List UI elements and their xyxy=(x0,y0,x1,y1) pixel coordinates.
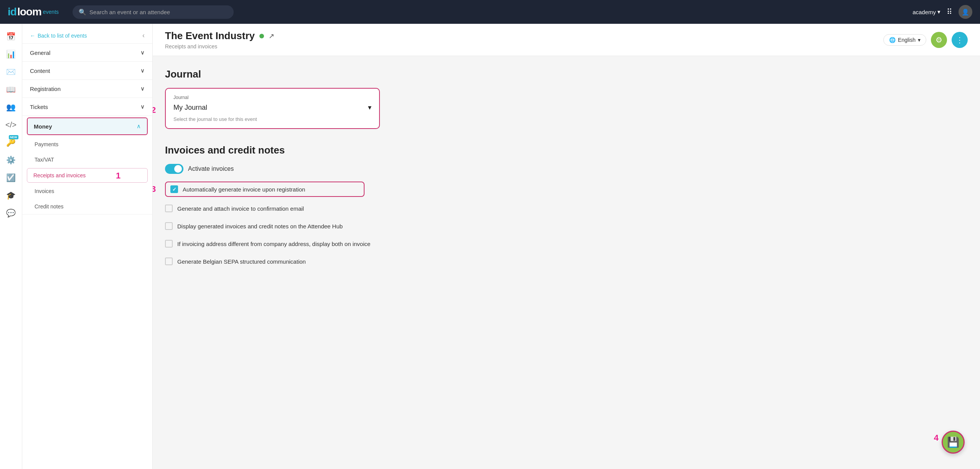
journal-card: Journal My Journal ▾ Select the journal … xyxy=(165,88,380,129)
nav-item-taxvat[interactable]: Tax/VAT xyxy=(22,152,152,167)
more-icon: ⋮ xyxy=(956,35,964,45)
sidebar-item-check[interactable]: ☑️ xyxy=(3,170,19,186)
navbar: idloomevents 🔍 Search an event or an att… xyxy=(0,0,980,24)
user-avatar[interactable]: 👤 xyxy=(959,5,972,19)
nav-section-general: General ∨ xyxy=(22,44,152,62)
activate-invoices-toggle[interactable] xyxy=(165,164,183,174)
page-title-row: The Event Industry ↗ xyxy=(165,30,274,42)
checkbox-sepa[interactable] xyxy=(165,258,173,265)
left-nav-header: ← Back to list of events ‹ xyxy=(22,24,152,44)
checkbox-diff-address[interactable] xyxy=(165,240,173,248)
checkbox-display-hub-label: Display generated invoices and credit no… xyxy=(177,223,343,230)
navbar-right: academy ▾ ⠿ 👤 xyxy=(912,5,972,19)
apps-icon[interactable]: ⠿ xyxy=(947,7,952,17)
checkbox-row-attach-email: Generate and attach invoice to confirmat… xyxy=(165,202,968,215)
checkbox-diff-address-label: If invoicing address different from comp… xyxy=(177,241,370,247)
page-subtitle: Receipts and invoices xyxy=(165,43,274,50)
nav-item-credit-notes[interactable]: Credit notes xyxy=(22,199,152,214)
search-bar[interactable]: 🔍 Search an event or an attendee xyxy=(73,5,234,19)
search-placeholder: Search an event or an attendee xyxy=(89,9,170,15)
journal-select[interactable]: My Journal ▾ xyxy=(173,103,371,112)
logo: idloomevents xyxy=(8,6,59,18)
new-badge: NEW xyxy=(9,135,18,139)
logo-loom: loom xyxy=(17,6,41,18)
checkbox-attach-email-label: Generate and attach invoice to confirmat… xyxy=(177,205,304,212)
invoices-section: Invoices and credit notes Activate invoi… xyxy=(165,144,968,268)
sidebar-item-code[interactable]: </> xyxy=(3,117,19,133)
page-header-right: 🌐 English ▾ ⚙ ⋮ xyxy=(883,32,968,48)
nav-section-tickets: Tickets ∨ xyxy=(22,98,152,116)
content-area: The Event Industry ↗ Receipts and invoic… xyxy=(153,24,980,469)
checkbox-attach-email[interactable] xyxy=(165,205,173,212)
search-icon: 🔍 xyxy=(79,8,86,16)
checkbox-auto-generate-label: Automatically generate invoice upon regi… xyxy=(183,186,305,193)
sidebar-item-email[interactable]: ✉️ xyxy=(3,64,19,80)
save-button[interactable]: 💾 xyxy=(942,431,965,454)
left-nav: ← Back to list of events ‹ General ∨ Con… xyxy=(22,24,153,469)
language-selector[interactable]: 🌐 English ▾ xyxy=(883,34,926,46)
main-layout: 📅 📊 ✉️ 📖 👥 </> 🔑 NEW ⚙️ ☑️ 🎓 💬 ← Back to… xyxy=(0,24,980,469)
nav-section-content: Content ∨ xyxy=(22,62,152,80)
sidebar-item-settings[interactable]: ⚙️ xyxy=(3,152,19,168)
sidebar-item-book[interactable]: 📖 xyxy=(3,81,19,97)
checkbox-auto-generate[interactable] xyxy=(170,185,178,193)
checkbox-sepa-label: Generate Belgian SEPA structured communi… xyxy=(177,258,306,265)
sidebar-item-users[interactable]: 👥 xyxy=(3,99,19,115)
collapse-sidebar-button[interactable]: ‹ xyxy=(142,31,145,40)
sidebar-item-chat[interactable]: 💬 xyxy=(3,205,19,221)
page-header-left: The Event Industry ↗ Receipts and invoic… xyxy=(165,30,274,50)
sidebar-item-chart[interactable]: 📊 xyxy=(3,46,19,62)
sidebar-item-calendar[interactable]: 📅 xyxy=(3,28,19,45)
more-options-button[interactable]: ⋮ xyxy=(952,32,968,48)
sidebar-item-graduation[interactable]: 🎓 xyxy=(3,187,19,203)
checkbox-row-auto-generate: Automatically generate invoice upon regi… xyxy=(165,182,365,197)
chevron-down-icon: ▾ xyxy=(937,8,940,15)
save-icon: 💾 xyxy=(947,436,959,448)
journal-field-label: Journal xyxy=(173,95,371,100)
icon-sidebar: 📅 📊 ✉️ 📖 👥 </> 🔑 NEW ⚙️ ☑️ 🎓 💬 xyxy=(0,24,22,469)
nav-section-header-general[interactable]: General ∨ xyxy=(22,44,152,61)
back-arrow-icon: ← xyxy=(30,33,35,39)
external-link-icon[interactable]: ↗ xyxy=(269,32,274,40)
nav-section-header-money[interactable]: Money ∧ xyxy=(27,117,148,135)
journal-section-title: Journal xyxy=(165,68,968,80)
checkbox-row-diff-address: If invoicing address different from comp… xyxy=(165,238,968,250)
nav-item-receipts-invoices[interactable]: Receipts and invoices xyxy=(27,168,148,183)
activate-invoices-row: Activate invoices xyxy=(165,164,968,174)
checkbox-row-display-hub: Display generated invoices and credit no… xyxy=(165,220,968,232)
main-content: Journal 2 Journal My Journal ▾ Select th… xyxy=(153,56,980,469)
logo-events: events xyxy=(43,9,59,15)
settings-button[interactable]: ⚙ xyxy=(931,32,947,48)
annotation-step2: 2 xyxy=(153,105,156,115)
user-icon: 👤 xyxy=(962,8,969,16)
journal-hint: Select the journal to use for this event xyxy=(173,116,371,122)
invoices-section-title: Invoices and credit notes xyxy=(165,144,968,156)
checkbox-row-sepa: Generate Belgian SEPA structured communi… xyxy=(165,255,968,268)
sidebar-item-key[interactable]: 🔑 NEW xyxy=(3,134,19,150)
chevron-down-icon: ∨ xyxy=(140,49,145,56)
chevron-down-icon: ▾ xyxy=(368,103,371,112)
academy-menu[interactable]: academy ▾ xyxy=(912,8,940,15)
chevron-down-icon: ▾ xyxy=(918,37,921,43)
annotation-step3: 3 xyxy=(153,184,156,194)
journal-section: Journal 2 Journal My Journal ▾ Select th… xyxy=(165,68,968,132)
nav-item-invoices[interactable]: Invoices xyxy=(22,183,152,199)
logo-id: id xyxy=(8,6,16,18)
nav-section-registration: Registration ∨ xyxy=(22,80,152,98)
nav-section-header-content[interactable]: Content ∨ xyxy=(22,62,152,79)
status-indicator xyxy=(259,34,264,38)
back-to-events-link[interactable]: ← Back to list of events xyxy=(30,33,87,39)
nav-section-header-tickets[interactable]: Tickets ∨ xyxy=(22,98,152,116)
chevron-down-icon: ∨ xyxy=(140,103,145,110)
page-title: The Event Industry xyxy=(165,30,255,42)
nav-item-payments[interactable]: Payments xyxy=(22,137,152,152)
checkbox-display-hub[interactable] xyxy=(165,222,173,230)
activate-invoices-label: Activate invoices xyxy=(188,165,234,172)
chevron-up-icon: ∧ xyxy=(137,123,141,130)
gear-icon: ⚙ xyxy=(935,35,942,45)
chevron-down-icon: ∨ xyxy=(140,85,145,92)
nav-section-header-registration[interactable]: Registration ∨ xyxy=(22,80,152,97)
page-header: The Event Industry ↗ Receipts and invoic… xyxy=(153,24,980,56)
chevron-down-icon: ∨ xyxy=(140,67,145,74)
globe-icon: 🌐 xyxy=(889,37,896,43)
